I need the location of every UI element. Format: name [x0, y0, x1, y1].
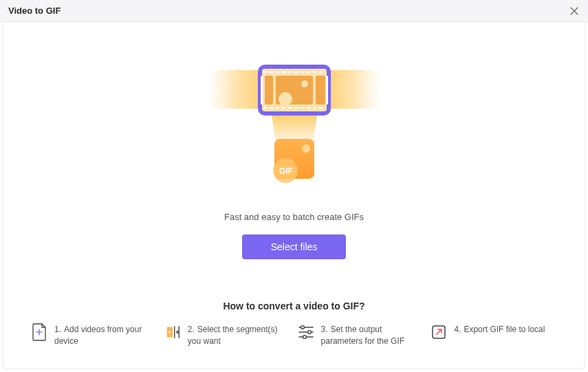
tagline: Fast and easy to batch create GIFs — [224, 212, 364, 222]
step-1-text: 1.Add videos from your device — [54, 324, 157, 347]
svg-point-16 — [302, 144, 310, 153]
step-1: 1.Add videos from your device — [31, 324, 157, 347]
select-segment-icon — [164, 324, 181, 340]
close-button[interactable] — [569, 6, 580, 17]
gif-label: GIF — [279, 166, 293, 176]
step-3-text: 3.Set the output parameters for the GIF — [321, 324, 424, 347]
step-4-text: 4.Export GIF file to local — [454, 324, 545, 336]
svg-rect-8 — [316, 76, 325, 105]
select-files-button[interactable]: Select files — [242, 234, 347, 259]
howto-title: How to convert a video to GIF? — [3, 300, 585, 311]
svg-point-21 — [301, 326, 304, 329]
add-file-icon — [31, 324, 47, 340]
svg-point-23 — [303, 336, 306, 339]
step-3: 3.Set the output parameters for the GIF — [298, 324, 424, 347]
export-icon — [431, 324, 447, 340]
window: Video to GIF — [0, 0, 588, 372]
titlebar: Video to GIF — [0, 0, 588, 22]
hero: GIF Fast and easy to batch create GIFs S… — [208, 62, 380, 259]
howto-section: How to convert a video to GIF? 1.Add vid… — [3, 300, 585, 361]
hero-illustration: GIF — [208, 62, 380, 199]
step-2-text: 2.Select the segment(s) you want — [188, 324, 291, 347]
svg-rect-6 — [265, 76, 273, 105]
steps-row: 1.Add videos from your device 2.Select t… — [3, 324, 585, 361]
svg-point-22 — [307, 331, 311, 334]
close-icon — [570, 7, 578, 15]
step-2: 2.Select the segment(s) you want — [164, 324, 291, 347]
step-4: 4.Export GIF file to local — [431, 324, 557, 347]
parameters-icon — [298, 324, 314, 340]
window-title: Video to GIF — [8, 6, 61, 16]
svg-point-9 — [279, 92, 292, 106]
svg-rect-0 — [208, 70, 262, 109]
svg-rect-1 — [327, 70, 380, 109]
svg-rect-11 — [261, 76, 263, 105]
svg-rect-12 — [326, 76, 328, 105]
main-content: GIF Fast and easy to batch create GIFs S… — [3, 22, 585, 369]
svg-point-10 — [301, 80, 308, 87]
